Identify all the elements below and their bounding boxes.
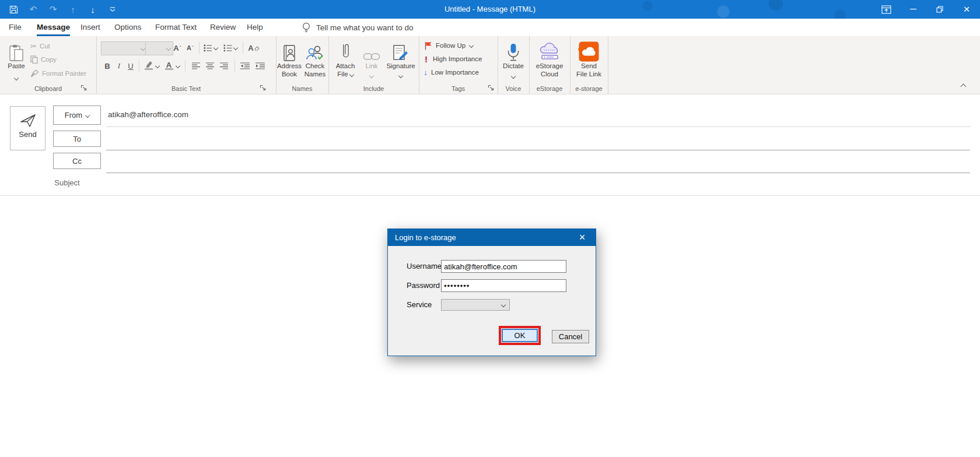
from-underline — [106, 126, 970, 127]
font-name-select[interactable] — [101, 41, 148, 55]
cut-button[interactable]: ✂ Cut — [30, 41, 50, 51]
align-right-icon — [220, 62, 229, 69]
italic-icon: I — [118, 61, 120, 71]
follow-up-button[interactable]: Follow Up — [425, 41, 473, 50]
attach-file-button[interactable]: Attach File — [332, 37, 359, 78]
send-button[interactable]: Send — [10, 106, 46, 150]
low-importance-icon: ↓ — [424, 68, 428, 77]
minimize-button[interactable] — [900, 0, 926, 19]
italic-button[interactable]: I — [114, 59, 124, 72]
increase-indent-button[interactable] — [253, 59, 267, 72]
dialog-titlebar[interactable]: Login to e-storage × — [388, 229, 596, 246]
align-right-button[interactable] — [218, 59, 230, 72]
send-file-link-button[interactable]: e Send File Link — [570, 37, 608, 78]
ok-button[interactable]: OK — [502, 329, 538, 342]
customize-qat-button[interactable] — [105, 2, 120, 17]
bold-button[interactable]: B — [102, 59, 113, 72]
increase-indent-icon — [256, 62, 265, 69]
underline-button[interactable]: U — [125, 59, 136, 72]
cc-field[interactable] — [106, 152, 970, 172]
format-painter-label: Format Painter — [42, 70, 86, 77]
tab-help[interactable]: Help — [247, 20, 263, 34]
align-left-button[interactable] — [190, 59, 202, 72]
font-name-dropdown-icon — [141, 46, 145, 51]
send-file-link-e-glyph: e — [578, 45, 582, 53]
bullets-button[interactable] — [202, 41, 219, 54]
dialog-close-button[interactable]: × — [573, 229, 591, 246]
paste-button[interactable]: Paste — [4, 37, 29, 82]
window-title: Untitled - Message (HTML) — [0, 0, 980, 19]
format-painter-icon — [30, 69, 39, 78]
highlight-button[interactable] — [142, 59, 160, 72]
estorage-cloud-button[interactable]: eStorage Cloud — [529, 37, 570, 78]
cut-label: Cut — [40, 43, 50, 50]
flag-icon — [425, 41, 432, 50]
redo-button[interactable]: ↷ — [46, 2, 61, 17]
clipboard-dialog-launcher[interactable] — [80, 85, 88, 92]
copy-label: Copy — [41, 56, 57, 63]
cancel-button[interactable]: Cancel — [552, 330, 589, 343]
service-select[interactable] — [441, 299, 510, 311]
tab-insert[interactable]: Insert — [80, 20, 100, 34]
from-value: atikah@afteroffice.com — [108, 106, 188, 124]
numbering-button[interactable] — [222, 41, 239, 54]
link-button[interactable]: Link — [360, 37, 383, 79]
font-color-button[interactable]: A — [163, 59, 180, 72]
cc-button[interactable]: Cc — [53, 153, 101, 169]
decrease-indent-button[interactable] — [238, 59, 252, 72]
from-button[interactable]: From — [53, 106, 101, 125]
ribbon-display-options-button[interactable] — [873, 0, 900, 19]
close-button[interactable]: × — [953, 0, 980, 19]
collapse-ribbon-button[interactable] — [961, 80, 973, 89]
align-center-button[interactable] — [204, 59, 216, 72]
move-up-button[interactable]: ↑ — [65, 2, 80, 17]
shrink-font-button[interactable]: Aˇ — [184, 41, 197, 54]
to-field[interactable] — [106, 129, 970, 149]
to-underline — [106, 150, 970, 150]
group-estorage-addin: e Send File Link e-storage — [570, 36, 608, 94]
check-names-button[interactable]: Check Names — [302, 37, 328, 78]
dictate-button[interactable]: Dictate — [499, 37, 528, 80]
address-book-button[interactable]: Address Book — [276, 37, 302, 78]
format-painter-button[interactable]: Format Painter — [30, 69, 86, 78]
password-input[interactable] — [441, 279, 566, 292]
restore-button[interactable] — [926, 0, 953, 19]
tab-review[interactable]: Review — [210, 20, 236, 34]
group-include: Attach File Link — [328, 36, 419, 94]
send-icon — [20, 114, 36, 128]
font-size-select[interactable] — [145, 41, 173, 55]
basic-text-group-label: Basic Text — [96, 85, 276, 92]
to-button[interactable]: To — [53, 131, 101, 147]
save-icon — [9, 5, 18, 14]
tab-format-text[interactable]: Format Text — [155, 20, 197, 34]
tab-file[interactable]: File — [9, 20, 22, 34]
send-file-link-label-line2: File Link — [570, 70, 608, 78]
titlebar: ↶ ↷ ↑ ↓ Untitled - Message (HTML) — [0, 0, 980, 19]
customize-qat-icon — [110, 7, 116, 12]
tell-me-box[interactable]: Tell me what you want to do — [302, 20, 414, 34]
grow-font-button[interactable]: Aˆ — [171, 41, 184, 54]
highlight-dropdown-icon — [155, 64, 159, 68]
font-size-dropdown-icon — [166, 46, 171, 51]
undo-button[interactable]: ↶ — [26, 2, 41, 17]
copy-button[interactable]: Copy — [30, 55, 57, 64]
basic-text-dialog-launcher[interactable] — [260, 85, 267, 92]
high-importance-button[interactable]: ! High Importance — [425, 54, 482, 64]
link-dropdown-icon — [369, 73, 374, 78]
username-input[interactable] — [441, 260, 566, 273]
tags-dialog-launcher[interactable] — [488, 85, 495, 92]
save-button[interactable] — [6, 2, 21, 17]
address-book-label-line2: Book — [276, 70, 302, 78]
clear-formatting-icon: A — [248, 44, 253, 52]
check-names-icon — [306, 44, 324, 62]
tab-message[interactable]: Message — [37, 20, 70, 36]
low-importance-button[interactable]: ↓ Low Importance — [424, 68, 479, 77]
estorage-group-label: eStorage — [529, 85, 570, 92]
clear-formatting-button[interactable]: A — [246, 41, 261, 54]
attach-file-dropdown-icon — [349, 72, 354, 77]
move-down-button[interactable]: ↓ — [85, 2, 100, 17]
tab-options[interactable]: Options — [114, 20, 142, 34]
signature-button[interactable]: Signature — [384, 37, 417, 79]
attach-file-label-line2: File — [337, 71, 348, 78]
subject-field[interactable] — [106, 176, 970, 192]
